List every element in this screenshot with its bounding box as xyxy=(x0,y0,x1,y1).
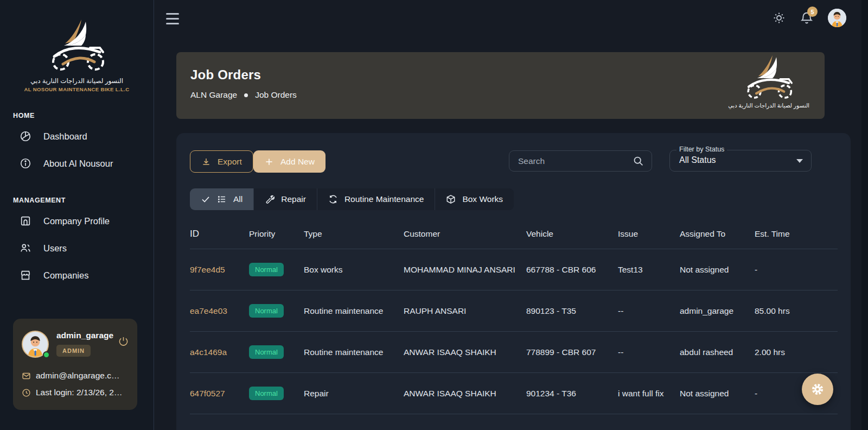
sidebar-logo: النسور لصيانة الدراجات النارية دبي AL NO… xyxy=(0,0,154,92)
sidebar-item-label: About Al Nousour xyxy=(43,159,113,169)
table-row[interactable]: ea7e4e03 Normal Routine maintenance RAUP… xyxy=(190,290,838,332)
brand-name-arabic: النسور لصيانة الدراجات النارية دبي xyxy=(0,77,154,85)
col-header-est-time: Est. Time xyxy=(755,229,838,239)
cell-vehicle: 901234 - T36 xyxy=(526,389,618,399)
tab-repair[interactable]: Repair xyxy=(254,188,317,210)
type-filter-tabs: All Repair Routine Maintenance xyxy=(190,188,514,210)
user-name: admin_garage xyxy=(56,331,118,340)
menu-hamburger-button[interactable] xyxy=(166,13,179,24)
cell-type: Repair xyxy=(304,389,404,399)
tab-label: Repair xyxy=(281,194,306,204)
sidebar-item-company-profile[interactable]: Company Profile xyxy=(0,207,154,235)
cell-id[interactable]: 647f0527 xyxy=(190,389,249,399)
banner-brand-logo: النسور لصيانة الدراجات النارية دبي xyxy=(728,54,809,109)
cell-type: Routine maintenance xyxy=(304,347,404,357)
wrench-icon xyxy=(265,194,275,204)
export-button-label: Export xyxy=(218,157,242,167)
col-header-assigned-to: Assigned To xyxy=(680,229,755,239)
profile-avatar[interactable] xyxy=(828,9,846,27)
cell-est-time: 2.00 hrs xyxy=(755,347,838,357)
theme-toggle-sun-icon[interactable] xyxy=(773,11,786,24)
cell-est-time: 85.00 hrs xyxy=(755,306,838,316)
sidebar-item-label: Dashboard xyxy=(43,131,87,142)
list-icon xyxy=(217,194,227,204)
logout-power-icon[interactable] xyxy=(118,336,129,346)
search-input[interactable] xyxy=(509,156,633,166)
add-new-button-label: Add New xyxy=(280,157,315,167)
breadcrumb: ALN Garage Job Orders xyxy=(190,90,297,100)
col-header-priority: Priority xyxy=(249,229,304,239)
cell-issue: -- xyxy=(618,347,680,357)
cell-issue: -- xyxy=(618,306,680,316)
plus-icon xyxy=(264,157,274,167)
storefront-icon xyxy=(20,269,31,281)
cell-assigned-to: admin_garage xyxy=(680,306,755,316)
cell-customer: ANWAR ISAAQ SHAIKH xyxy=(404,389,526,399)
download-icon xyxy=(201,157,211,167)
notification-count-badge: 5 xyxy=(807,7,818,17)
sidebar-item-label: Company Profile xyxy=(43,216,110,226)
cell-assigned-to: Not assigned xyxy=(680,389,755,399)
tab-label: All xyxy=(233,194,242,204)
priority-badge: Normal xyxy=(249,263,284,276)
check-icon xyxy=(201,194,210,204)
priority-badge: Normal xyxy=(249,387,284,400)
table-row[interactable]: 9f7ee4d5 Normal Box works MOHAMMAD MINAJ… xyxy=(190,249,838,290)
user-card: admin_garage ADMIN admin@alngarage.c… xyxy=(13,319,137,410)
status-filter-select[interactable]: Filter by Status All Status xyxy=(669,150,812,172)
chevron-down-icon xyxy=(796,159,803,163)
online-status-dot xyxy=(43,351,50,358)
priority-badge: Normal xyxy=(249,345,284,359)
dashboard-icon xyxy=(20,130,31,142)
sidebar-item-users[interactable]: Users xyxy=(0,235,154,262)
sidebar-item-label: Users xyxy=(43,243,67,254)
role-badge: ADMIN xyxy=(56,345,91,357)
page-scrollbar[interactable] xyxy=(861,0,868,430)
cell-id[interactable]: ea7e4e03 xyxy=(190,306,249,316)
page-title: Job Orders xyxy=(190,67,261,83)
brand-logo-icon xyxy=(739,54,799,102)
building-icon xyxy=(20,215,31,227)
add-new-button[interactable]: Add New xyxy=(253,150,326,173)
brand-name: AL NOSOUR MAINTENANCE BIKE L.L.C xyxy=(0,86,154,92)
cell-id[interactable]: 9f7ee4d5 xyxy=(190,265,249,275)
col-header-vehicle: Vehicle xyxy=(526,229,618,239)
col-header-customer: Customer xyxy=(404,229,526,239)
cell-priority: Normal xyxy=(249,345,304,359)
cell-type: Routine maintenance xyxy=(304,306,404,316)
cell-vehicle: 778899 - CBR 607 xyxy=(526,347,618,357)
col-header-type: Type xyxy=(304,229,404,239)
notifications-bell-icon[interactable]: 5 xyxy=(800,11,814,25)
clock-icon xyxy=(22,388,31,397)
cell-priority: Normal xyxy=(249,387,304,400)
sidebar-item-label: Companies xyxy=(43,270,88,281)
sidebar-item-about[interactable]: About Al Nousour xyxy=(0,150,154,177)
cell-issue: Test13 xyxy=(618,265,680,275)
breadcrumb-separator xyxy=(244,93,248,97)
tab-box-works[interactable]: Box Works xyxy=(435,188,514,210)
tab-all[interactable]: All xyxy=(190,188,254,210)
settings-fab-button[interactable] xyxy=(802,374,833,405)
user-avatar xyxy=(22,331,49,358)
nav-section-home: HOME xyxy=(13,112,154,119)
export-button[interactable]: Export xyxy=(190,150,253,173)
search-icon[interactable] xyxy=(633,155,644,167)
cell-customer: RAUPH ANSARI xyxy=(404,306,526,316)
sidebar: النسور لصيانة الدراجات النارية دبي AL NO… xyxy=(0,0,154,430)
table-row[interactable]: 647f0527 Normal Repair ANWAR ISAAQ SHAIK… xyxy=(190,373,838,414)
mail-icon xyxy=(22,371,31,381)
cell-est-time: - xyxy=(755,265,838,275)
user-email: admin@alngarage.c… xyxy=(36,371,119,381)
sidebar-item-dashboard[interactable]: Dashboard xyxy=(0,123,154,150)
brand-name-arabic: النسور لصيانة الدراجات النارية دبي xyxy=(728,102,809,109)
cell-customer: ANWAR ISAAQ SHAIKH xyxy=(404,347,526,357)
cell-customer: MOHAMMAD MINAJ ANSARI xyxy=(404,265,526,275)
cell-id[interactable]: a4c1469a xyxy=(190,347,249,357)
priority-badge: Normal xyxy=(249,304,284,318)
tab-routine-maintenance[interactable]: Routine Maintenance xyxy=(317,188,436,210)
cell-type: Box works xyxy=(304,265,404,275)
cell-issue: i want full fix xyxy=(618,389,680,399)
sidebar-item-companies[interactable]: Companies xyxy=(0,262,154,289)
breadcrumb-parent[interactable]: ALN Garage xyxy=(190,90,237,100)
table-row[interactable]: a4c1469a Normal Routine maintenance ANWA… xyxy=(190,332,838,373)
